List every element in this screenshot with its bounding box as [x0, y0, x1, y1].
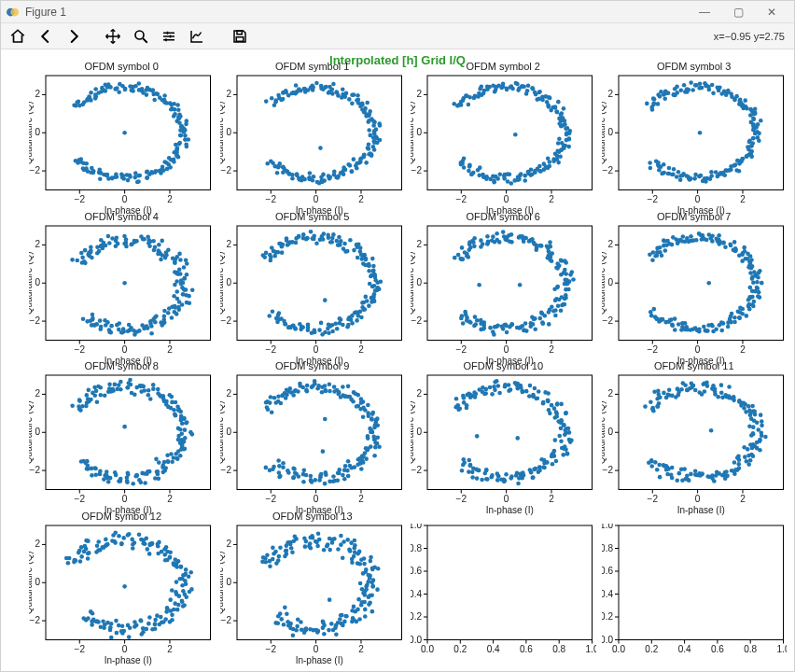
svg-text:0: 0: [35, 577, 40, 587]
svg-point-1221: [563, 267, 567, 272]
subplot-title: OFDM symbol 3: [602, 61, 788, 72]
svg-point-1578: [183, 436, 188, 441]
svg-text:2: 2: [226, 539, 231, 549]
svg-point-2586: [276, 553, 281, 558]
svg-text:−2: −2: [265, 643, 276, 653]
svg-point-449: [546, 156, 551, 161]
svg-point-278: [370, 145, 375, 149]
svg-text:−2: −2: [220, 315, 231, 326]
home-button[interactable]: [7, 26, 29, 47]
svg-point-1397: [751, 280, 756, 285]
svg-point-2444: [290, 633, 295, 637]
svg-point-1171: [524, 329, 529, 333]
svg-point-1509: [93, 466, 98, 470]
svg-point-1101: [277, 241, 282, 245]
subplots-button[interactable]: [158, 26, 180, 47]
svg-point-2032: [462, 396, 467, 400]
svg-point-1792: [358, 397, 363, 401]
figure-canvas[interactable]: Interpolated [h] Grid I/Q OFDM symbol 0−…: [1, 49, 794, 671]
svg-point-1617: [156, 387, 160, 392]
svg-point-2143: [756, 427, 760, 432]
svg-point-446: [547, 164, 551, 169]
svg-point-2280: [141, 629, 146, 634]
svg-point-2202: [680, 381, 685, 385]
svg-text:0: 0: [35, 277, 40, 287]
svg-point-1287: [467, 242, 472, 246]
pan-button[interactable]: [102, 26, 124, 47]
window-close-button[interactable]: ✕: [755, 6, 788, 19]
svg-point-1483: [648, 252, 652, 257]
svg-point-1642: [107, 383, 112, 387]
svg-point-737: [651, 97, 656, 102]
svg-point-63: [145, 175, 149, 180]
svg-point-1185: [543, 313, 548, 317]
svg-point-465: [556, 141, 561, 146]
svg-point-1481: [653, 253, 658, 258]
svg-point-2583: [283, 553, 287, 558]
svg-point-2463: [328, 622, 333, 626]
svg-text:−2: −2: [220, 465, 231, 475]
window-maximize-button[interactable]: ▢: [721, 6, 755, 19]
svg-point-1646: [106, 389, 111, 394]
svg-point-2490: [370, 609, 374, 613]
svg-point-1288: [467, 247, 471, 252]
svg-point-1838: [288, 390, 293, 395]
svg-point-2540: [352, 538, 356, 542]
svg-point-2115: [732, 460, 736, 465]
cursor-coordinates: x=−0.95 y=2.75: [714, 23, 785, 49]
svg-point-2409: [67, 555, 72, 560]
svg-point-1628: [134, 385, 139, 390]
svg-point-1598: [176, 408, 181, 413]
svg-point-1945: [553, 438, 558, 442]
window-minimize-button[interactable]: —: [688, 6, 721, 19]
svg-point-1848: [275, 399, 280, 404]
svg-point-1140: [475, 318, 480, 323]
svg-point-944: [270, 309, 274, 314]
zoom-button[interactable]: [130, 26, 152, 47]
svg-point-1663: [84, 404, 89, 409]
subplot-9: OFDM symbol 9−202−202In-phase (I)Quadrat…: [220, 373, 406, 516]
svg-point-1930: [545, 460, 550, 465]
svg-point-2307: [168, 597, 173, 602]
back-button[interactable]: [35, 26, 57, 47]
svg-point-607: [698, 174, 703, 178]
forward-button[interactable]: [63, 26, 85, 47]
svg-point-287: [368, 133, 372, 138]
svg-point-1366: [732, 319, 737, 324]
svg-point-1455: [689, 233, 693, 238]
svg-point-2506: [357, 581, 362, 585]
svg-text:0: 0: [122, 343, 128, 354]
svg-point-51: [121, 176, 126, 181]
svg-point-1621: [146, 393, 151, 398]
svg-point-1627: [140, 384, 145, 388]
svg-point-133: [162, 93, 167, 98]
svg-point-2553: [327, 536, 331, 540]
svg-point-1317: [649, 313, 653, 317]
svg-point-2474: [338, 612, 342, 617]
svg-point-2200: [685, 388, 690, 393]
svg-point-1396: [747, 285, 752, 289]
svg-point-419: [502, 176, 507, 181]
svg-point-2292: [153, 617, 158, 622]
svg-point-2567: [302, 536, 307, 540]
scatter-points: [263, 379, 381, 485]
svg-point-1758: [368, 444, 372, 449]
svg-point-595: [677, 177, 682, 182]
svg-point-793: [137, 329, 142, 333]
svg-point-2218: [656, 392, 661, 397]
svg-point-2151: [758, 413, 762, 417]
svg-point-1581: [176, 434, 181, 439]
svg-point-2524: [368, 558, 372, 563]
svg-point-1060: [348, 238, 353, 243]
svg-point-2014: [492, 385, 496, 389]
axes-button[interactable]: [186, 26, 208, 47]
svg-point-1369: [729, 311, 733, 315]
svg-point-430: [523, 174, 527, 178]
svg-point-335: [327, 90, 331, 94]
svg-text:2: 2: [416, 388, 422, 399]
svg-point-422: [509, 181, 514, 186]
save-button[interactable]: [229, 26, 251, 47]
svg-point-582: [657, 168, 662, 173]
svg-point-1298: [460, 257, 465, 261]
svg-point-240: [321, 173, 326, 177]
